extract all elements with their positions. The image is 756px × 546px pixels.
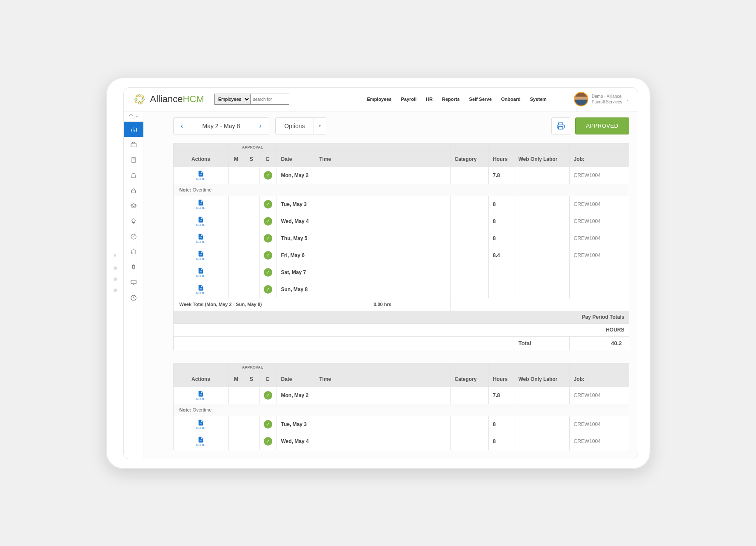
hours-cell: [488, 281, 514, 298]
table-row: NOTE ✓ Wed, May 4 8 CREW1004: [173, 213, 629, 230]
file-icon: [197, 390, 204, 397]
date-cell: Tue, May 3: [277, 416, 315, 433]
sidebar-item-analytics[interactable]: [124, 122, 143, 137]
toolbar: ‹ May 2 - May 8 › Options ▾ APPROVED: [173, 117, 629, 134]
table-row: NOTE ✓ Sat, May 7: [173, 264, 629, 281]
note-row: Note: Overtime: [173, 184, 629, 196]
prev-arrow[interactable]: ‹: [174, 122, 191, 130]
nav-link-employees[interactable]: Employees: [367, 97, 391, 102]
table-row: NOTE ✓ Thu, May 5 8 CREW1004: [173, 230, 629, 247]
check-icon: ✓: [264, 234, 272, 243]
sidebar-item-bell[interactable]: [124, 168, 143, 183]
print-button[interactable]: [551, 117, 570, 134]
job-cell: [569, 264, 629, 281]
search-group: Employees: [214, 94, 289, 105]
sidebar-item-clock[interactable]: [124, 290, 143, 306]
main-content: ‹ May 2 - May 8 › Options ▾ APPROVED: [143, 111, 638, 459]
timesheet-table-2: APPROVAL Actions M S E Date Time Categor…: [173, 363, 629, 450]
nav-link-system[interactable]: System: [530, 97, 547, 102]
logo[interactable]: AllianceHCM: [132, 92, 204, 106]
check-icon: ✓: [264, 437, 272, 446]
search-scope-select[interactable]: Employees: [215, 94, 251, 104]
sidebar-item-headset[interactable]: [124, 244, 143, 260]
job-cell: CREW1004: [569, 387, 629, 404]
note-button[interactable]: NOTE: [196, 284, 205, 295]
job-cell: CREW1004: [569, 213, 629, 230]
nav-link-onboard[interactable]: Onboard: [501, 97, 521, 102]
logo-icon: [132, 92, 147, 106]
note-row: Note: Overtime: [173, 404, 629, 416]
hours-cell: 8: [488, 230, 514, 247]
hours-cell: 7.8: [488, 387, 514, 404]
col-date: Date: [277, 152, 315, 167]
sidebar-expand[interactable]: »: [124, 111, 143, 122]
approval-col-label: APPROVAL: [228, 143, 277, 152]
svg-rect-1: [132, 157, 135, 163]
col-m: M: [228, 152, 244, 167]
job-cell: CREW1004: [569, 230, 629, 247]
note-button[interactable]: NOTE: [196, 170, 205, 181]
sidebar: »: [124, 111, 143, 459]
sidebar-item-help[interactable]: [124, 229, 143, 244]
date-cell: Mon, May 2: [277, 387, 315, 404]
col-category: Category: [450, 152, 488, 167]
note-button[interactable]: NOTE: [196, 419, 205, 430]
note-button[interactable]: NOTE: [196, 233, 205, 244]
note-button[interactable]: NOTE: [196, 199, 205, 210]
options-label: Options: [276, 123, 313, 129]
user-line2: Payroll Services: [592, 99, 622, 105]
check-icon: ✓: [264, 420, 272, 429]
chevron-right-icon: »: [135, 114, 138, 119]
sidebar-item-building[interactable]: [124, 152, 143, 168]
note-button[interactable]: NOTE: [196, 436, 205, 447]
search-input[interactable]: [251, 94, 289, 104]
nav-link-self-serve[interactable]: Self Serve: [469, 97, 492, 102]
note-button[interactable]: NOTE: [196, 216, 205, 227]
svg-rect-4: [131, 280, 136, 283]
user-block[interactable]: Demo - Alliance Payroll Services ⌄: [574, 92, 629, 106]
chevron-down-icon: ▾: [313, 118, 326, 134]
check-icon: ✓: [264, 251, 272, 260]
check-icon: ✓: [264, 391, 272, 400]
date-range-label[interactable]: May 2 - May 8: [191, 123, 252, 129]
file-icon: [197, 216, 204, 223]
pay-period-hours-label: HOURS: [173, 323, 629, 336]
note-button[interactable]: NOTE: [196, 267, 205, 278]
nav-link-payroll[interactable]: Payroll: [401, 97, 417, 102]
col-s: S: [244, 152, 259, 167]
nav-link-hr[interactable]: HR: [426, 97, 433, 102]
file-icon: [197, 233, 204, 240]
file-icon: [197, 250, 204, 257]
note-button[interactable]: NOTE: [196, 250, 205, 261]
sidebar-item-briefcase[interactable]: [124, 137, 143, 152]
sidebar-item-bulb[interactable]: [124, 214, 143, 229]
chevron-down-icon: ⌄: [626, 97, 629, 102]
job-cell: CREW1004: [569, 416, 629, 433]
nav-link-reports[interactable]: Reports: [442, 97, 460, 102]
options-button[interactable]: Options ▾: [275, 117, 326, 134]
next-arrow[interactable]: ›: [252, 122, 269, 130]
date-cell: Wed, May 4: [277, 213, 315, 230]
table-row: NOTE ✓ Fri, May 6 8.4 CREW1004: [173, 247, 629, 264]
sidebar-item-basket[interactable]: [124, 183, 143, 198]
file-icon: [197, 284, 204, 291]
user-line1: Demo - Alliance: [592, 94, 622, 99]
table-row: NOTE ✓ Sun, May 8: [173, 281, 629, 298]
note-button[interactable]: NOTE: [196, 390, 205, 401]
svg-rect-0: [131, 143, 136, 147]
table-row: NOTE ✓ Mon, May 2 7.8 CREW1004: [173, 387, 629, 404]
job-cell: [569, 281, 629, 298]
approved-button[interactable]: APPROVED: [575, 117, 629, 134]
hours-cell: 8: [488, 416, 514, 433]
table-row: NOTE ✓ Tue, May 3 8 CREW1004: [173, 416, 629, 433]
sidebar-item-mouse[interactable]: [124, 260, 143, 275]
file-icon: [197, 199, 204, 206]
col-actions: Actions: [173, 152, 228, 167]
sidebar-item-grad[interactable]: [124, 198, 143, 214]
sidebar-item-monitor[interactable]: [124, 275, 143, 290]
table-row: NOTE ✓ Mon, May 2 7.8 CREW1004: [173, 167, 629, 184]
hours-cell: 7.8: [488, 167, 514, 184]
nav-links: EmployeesPayrollHRReportsSelf ServeOnboa…: [367, 97, 546, 102]
check-icon: ✓: [264, 200, 272, 209]
file-icon: [197, 436, 204, 443]
